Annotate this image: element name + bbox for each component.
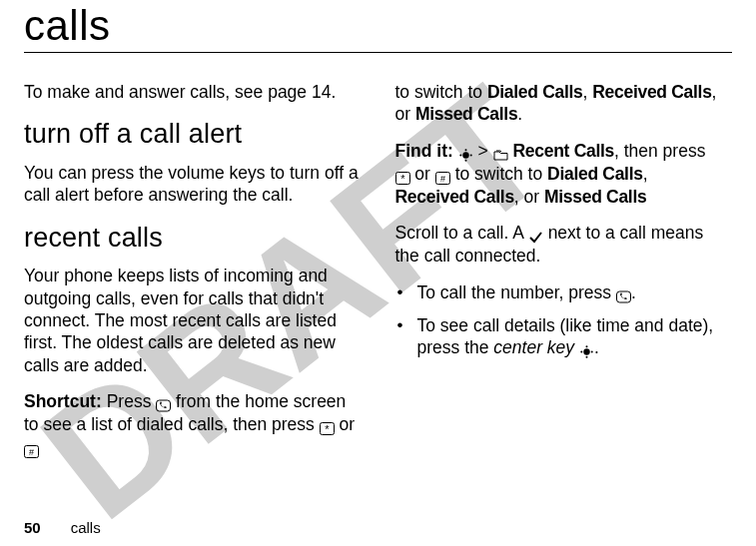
scroll-paragraph: Scroll to a call. A next to a call means…: [395, 222, 733, 267]
star-key-icon: *: [320, 421, 335, 436]
page-title: calls: [24, 2, 732, 53]
left-column: To make and answer calls, see page 14. t…: [24, 81, 362, 473]
list-item: To see call details (like time and date)…: [417, 314, 733, 359]
recent-calls-body: Your phone keeps lists of incoming and o…: [24, 265, 362, 376]
switch-paragraph: to switch to Dialed Calls, Received Call…: [395, 81, 733, 126]
received-calls-label: Received Calls: [592, 82, 711, 102]
svg-point-6: [462, 152, 468, 158]
findit-to: to switch to: [450, 164, 547, 184]
svg-point-8: [464, 159, 466, 161]
dialed-calls-label-2: Dialed Calls: [547, 164, 643, 184]
switch-a: to switch to: [395, 82, 487, 102]
findit-or: or: [410, 164, 435, 184]
right-column: to switch to Dialed Calls, Received Call…: [395, 81, 733, 473]
list-item: To call the number, press .: [417, 281, 733, 304]
bullet2-b: .: [594, 337, 599, 357]
heading-recent-calls: recent calls: [24, 221, 362, 256]
svg-point-17: [585, 345, 587, 347]
recent-calls-menu: Recent Calls: [513, 141, 614, 161]
intro-text: To make and answer calls, see page 14.: [24, 81, 362, 103]
svg-point-9: [459, 154, 461, 156]
scroll-a: Scroll to a call. A: [395, 223, 528, 243]
shortcut-or: or: [335, 414, 355, 434]
checkmark-icon: [528, 230, 543, 245]
findit-then: , then press: [614, 141, 705, 161]
findit-paragraph: Find it: > Recent Calls, then press * or…: [395, 140, 733, 208]
svg-text:*: *: [400, 172, 405, 184]
shortcut-paragraph: Shortcut: Press from the home screen to …: [24, 390, 362, 459]
svg-point-10: [469, 154, 471, 156]
bullet1-a: To call the number, press: [417, 282, 616, 302]
svg-text:#: #: [29, 447, 34, 457]
received-calls-label-2: Received Calls: [395, 187, 514, 207]
footer-section: calls: [71, 519, 101, 536]
svg-rect-15: [616, 291, 630, 302]
svg-point-18: [585, 356, 587, 358]
comma1: ,: [583, 82, 593, 102]
star-key-icon: *: [395, 171, 410, 186]
content-columns: To make and answer calls, see page 14. t…: [24, 81, 732, 473]
center-key-text: center key: [493, 337, 574, 357]
missed-calls-label-2: Missed Calls: [544, 187, 646, 207]
bullet1-b: .: [631, 282, 636, 302]
missed-calls-label: Missed Calls: [415, 104, 517, 124]
findit-or2: , or: [514, 187, 544, 207]
center-dot-icon: [458, 148, 473, 163]
shortcut-label: Shortcut:: [24, 391, 102, 411]
findit-label: Find it:: [395, 141, 453, 161]
turn-off-body: You can press the volume keys to turn of…: [24, 162, 362, 207]
svg-point-16: [583, 348, 589, 354]
hash-key-icon: #: [24, 444, 39, 459]
svg-point-7: [464, 149, 466, 151]
svg-point-20: [591, 350, 593, 352]
svg-text:*: *: [325, 423, 330, 435]
call-key-icon: [616, 289, 631, 304]
page-footer: 50calls: [24, 519, 101, 536]
page-number: 50: [24, 519, 41, 536]
findit-gt: >: [473, 141, 493, 161]
dialed-calls-label: Dialed Calls: [487, 82, 583, 102]
svg-text:#: #: [440, 174, 445, 184]
folder-icon: [493, 148, 508, 163]
bullet-list: To call the number, press . To see call …: [395, 281, 733, 359]
center-dot-icon: [579, 344, 594, 359]
heading-turn-off-call-alert: turn off a call alert: [24, 117, 362, 152]
shortcut-text-a: Press: [102, 391, 156, 411]
hash-key-icon: #: [435, 171, 450, 186]
call-key-icon: [156, 398, 171, 413]
period1: .: [517, 104, 522, 124]
svg-point-19: [580, 350, 582, 352]
findit-comma: ,: [643, 164, 648, 184]
svg-rect-1: [157, 400, 171, 411]
